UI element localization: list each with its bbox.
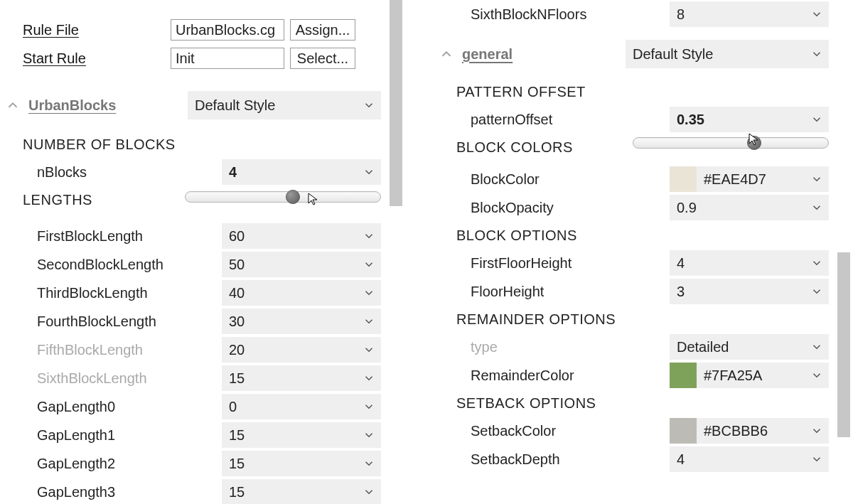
- chevron-down-icon: [358, 252, 380, 277]
- label-thirdBlockLength: ThirdBlockLength: [0, 285, 222, 301]
- value-field[interactable]: 4: [670, 446, 829, 472]
- label-sixthBlockLength: SixthBlockLength: [0, 370, 222, 387]
- label-sixthblocknfloors: SixthBlockNFloors: [434, 6, 670, 23]
- chevron-down-icon: [806, 250, 827, 276]
- value-field[interactable]: 4: [670, 250, 829, 276]
- value-field[interactable]: 3: [670, 279, 829, 304]
- label-secondBlockLength: SecondBlockLength: [0, 257, 222, 273]
- chevron-down-icon: [358, 91, 380, 119]
- color-swatch: [670, 363, 697, 388]
- chevron-down-icon: [358, 422, 380, 448]
- row-gapLength2: GapLength2 15: [0, 449, 381, 478]
- row-fifthBlockLength: FifthBlockLength 20: [0, 336, 381, 364]
- row-blockColor: BlockColor #EAE4D7: [434, 165, 829, 193]
- value-text: #7FA25A: [704, 368, 762, 384]
- label-type: type: [434, 339, 670, 355]
- style-dropdown[interactable]: Default Style: [188, 91, 381, 119]
- value-field[interactable]: 20: [222, 337, 381, 363]
- label-blockOpacity: BlockOpacity: [434, 200, 670, 216]
- select-button[interactable]: Select...: [290, 48, 355, 69]
- rule-file-row: Rule File UrbanBlocks.cg Assign...: [0, 16, 381, 44]
- value-field[interactable]: 0: [222, 394, 381, 419]
- value-text: 15: [229, 370, 245, 387]
- rule-file-label[interactable]: Rule File: [0, 22, 165, 38]
- slider-knob[interactable]: [286, 190, 300, 204]
- chevron-down-icon: [806, 363, 827, 388]
- field-patternoffset[interactable]: 0.35: [670, 107, 829, 132]
- value-text: #EAE4D7: [704, 171, 766, 188]
- style-dropdown-general[interactable]: Default Style: [626, 40, 829, 68]
- right-scrollbar[interactable]: [837, 0, 850, 501]
- assign-button[interactable]: Assign...: [290, 19, 355, 41]
- slider-knob[interactable]: [747, 136, 761, 150]
- row-floorHeight: FloorHeight 3: [434, 277, 829, 306]
- section-heading: SETBACK OPTIONS: [434, 390, 829, 417]
- value-field[interactable]: #BCBBB6: [670, 418, 829, 444]
- field-sixthblocknfloors[interactable]: 8: [670, 1, 829, 27]
- slider-nblocks[interactable]: [185, 189, 381, 205]
- row-gapLength3: GapLength3 15: [0, 478, 381, 504]
- collapse-title[interactable]: UrbanBlocks: [28, 97, 188, 114]
- chevron-down-icon: [806, 195, 827, 220]
- label-patternoffset: patternOffset: [434, 112, 670, 128]
- left-scrollbar[interactable]: [390, 0, 402, 501]
- label-firstFloorHeight: FirstFloorHeight: [434, 255, 670, 272]
- chevron-down-icon: [358, 337, 380, 363]
- chevron-down-icon: [806, 334, 827, 360]
- row-firstBlockLength: FirstBlockLength 60: [0, 222, 381, 250]
- right-scrollbar-thumb[interactable]: [837, 252, 850, 437]
- chevron-down-icon: [806, 418, 827, 444]
- chevron-down-icon: [806, 40, 827, 68]
- collapse-urbanblocks: UrbanBlocks Default Style: [0, 90, 381, 121]
- slider-patternoffset[interactable]: [633, 135, 829, 151]
- label-setbackColor: SetbackColor: [434, 423, 670, 439]
- value-field[interactable]: 60: [222, 223, 381, 249]
- collapse-toggle-icon[interactable]: [436, 44, 456, 64]
- left-scrollbar-thumb[interactable]: [390, 0, 402, 206]
- start-rule-input[interactable]: Init: [171, 48, 284, 69]
- label-nblocks: nBlocks: [0, 164, 222, 181]
- start-rule-row: Start Rule Init Select...: [0, 44, 381, 73]
- row-secondBlockLength: SecondBlockLength 50: [0, 250, 381, 279]
- value-field[interactable]: 15: [222, 422, 381, 448]
- chevron-down-icon: [358, 394, 380, 419]
- label-gapLength3: GapLength3: [0, 484, 222, 500]
- value-field[interactable]: 50: [222, 252, 381, 277]
- value-field[interactable]: 15: [222, 479, 381, 504]
- label-gapLength1: GapLength1: [0, 427, 222, 444]
- value-field[interactable]: #EAE4D7: [670, 166, 829, 192]
- collapse-toggle-icon[interactable]: [3, 95, 23, 115]
- row-sixthblocknfloors: SixthBlockNFloors 8: [434, 0, 829, 28]
- color-swatch: [670, 166, 697, 192]
- start-rule-label[interactable]: Start Rule: [0, 50, 165, 67]
- value-field[interactable]: 15: [222, 451, 381, 476]
- value-field[interactable]: Detailed: [670, 334, 829, 360]
- label-blockColor: BlockColor: [434, 171, 670, 188]
- field-nblocks[interactable]: 4: [222, 159, 381, 185]
- value-text: 30: [229, 313, 245, 330]
- row-patternoffset-slider: [434, 134, 829, 152]
- value-text: 4: [677, 451, 685, 468]
- style-dropdown-value: Default Style: [195, 97, 275, 114]
- row-setbackColor: SetbackColor #BCBBB6: [434, 417, 829, 445]
- value-text: 60: [229, 228, 245, 245]
- collapse-general: general Default Style: [434, 38, 829, 70]
- value-text: 40: [229, 285, 245, 301]
- value-text: 20: [229, 342, 245, 358]
- section-pattern-offset: PATTERN OFFSET: [434, 78, 829, 105]
- value-field[interactable]: #7FA25A: [670, 363, 829, 388]
- value-field[interactable]: 0.9: [670, 195, 829, 220]
- section-number-of-blocks: NUMBER OF BLOCKS: [0, 131, 381, 158]
- value-field[interactable]: 15: [222, 365, 381, 391]
- value-field[interactable]: 40: [222, 280, 381, 306]
- chevron-down-icon: [358, 451, 380, 476]
- value-text: 15: [229, 427, 245, 444]
- label-fifthBlockLength: FifthBlockLength: [0, 342, 222, 358]
- label-gapLength2: GapLength2: [0, 456, 222, 472]
- value-field[interactable]: 30: [222, 309, 381, 334]
- value-patternoffset: 0.35: [677, 112, 704, 128]
- collapse-title-general[interactable]: general: [462, 46, 626, 63]
- left-inspector-panel: Rule File UrbanBlocks.cg Assign... Start…: [0, 0, 405, 504]
- row-sixthBlockLength: SixthBlockLength 15: [0, 364, 381, 392]
- rule-file-input[interactable]: UrbanBlocks.cg: [171, 19, 284, 41]
